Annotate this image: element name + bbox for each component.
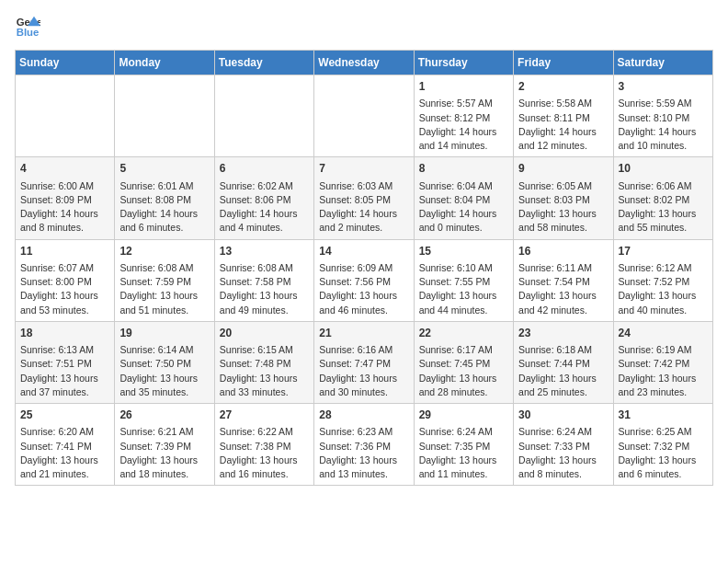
- calendar-week-2: 4Sunrise: 6:00 AM Sunset: 8:09 PM Daylig…: [16, 157, 713, 239]
- day-info: Sunrise: 6:00 AM Sunset: 8:09 PM Dayligh…: [20, 179, 109, 236]
- day-number: 24: [619, 326, 708, 341]
- day-number: 25: [20, 408, 109, 423]
- day-info: Sunrise: 6:02 AM Sunset: 8:06 PM Dayligh…: [220, 179, 309, 236]
- calendar-cell: 23Sunrise: 6:18 AM Sunset: 7:44 PM Dayli…: [514, 321, 613, 403]
- calendar-cell: 18Sunrise: 6:13 AM Sunset: 7:51 PM Dayli…: [16, 321, 115, 403]
- day-number: 19: [119, 326, 209, 341]
- day-info: Sunrise: 6:08 AM Sunset: 7:59 PM Dayligh…: [119, 261, 209, 317]
- header: General Blue: [15, 15, 713, 40]
- day-info: Sunrise: 5:58 AM Sunset: 8:11 PM Dayligh…: [518, 97, 608, 153]
- day-info: Sunrise: 6:14 AM Sunset: 7:50 PM Dayligh…: [119, 343, 209, 399]
- calendar-cell: 31Sunrise: 6:25 AM Sunset: 7:32 PM Dayli…: [613, 404, 712, 486]
- day-number: 27: [220, 408, 309, 423]
- calendar-week-5: 25Sunrise: 6:20 AM Sunset: 7:41 PM Dayli…: [16, 404, 713, 486]
- calendar-cell: 20Sunrise: 6:15 AM Sunset: 7:48 PM Dayli…: [214, 321, 313, 403]
- day-number: 11: [20, 244, 109, 259]
- calendar-cell: 3Sunrise: 5:59 AM Sunset: 8:10 PM Daylig…: [613, 75, 712, 157]
- calendar-cell: 26Sunrise: 6:21 AM Sunset: 7:39 PM Dayli…: [115, 404, 214, 486]
- day-number: 26: [119, 408, 209, 423]
- logo-icon: General Blue: [15, 15, 40, 40]
- calendar-cell: 4Sunrise: 6:00 AM Sunset: 8:09 PM Daylig…: [16, 157, 115, 239]
- calendar-cell: [115, 75, 214, 157]
- day-number: 18: [20, 326, 109, 341]
- day-info: Sunrise: 6:20 AM Sunset: 7:41 PM Dayligh…: [20, 425, 109, 481]
- day-number: 12: [119, 244, 209, 259]
- day-number: 1: [419, 79, 508, 95]
- calendar-body: 1Sunrise: 5:57 AM Sunset: 8:12 PM Daylig…: [16, 75, 713, 486]
- day-info: Sunrise: 6:16 AM Sunset: 7:47 PM Dayligh…: [319, 343, 408, 399]
- day-number: 20: [220, 326, 309, 341]
- day-info: Sunrise: 6:06 AM Sunset: 8:02 PM Dayligh…: [619, 179, 708, 236]
- day-number: 16: [518, 244, 608, 259]
- calendar-week-4: 18Sunrise: 6:13 AM Sunset: 7:51 PM Dayli…: [16, 321, 713, 403]
- day-info: Sunrise: 6:04 AM Sunset: 8:04 PM Dayligh…: [419, 179, 508, 236]
- calendar-cell: 17Sunrise: 6:12 AM Sunset: 7:52 PM Dayli…: [613, 239, 712, 321]
- calendar-cell: 13Sunrise: 6:08 AM Sunset: 7:58 PM Dayli…: [214, 239, 313, 321]
- day-number: 6: [220, 161, 309, 177]
- day-info: Sunrise: 6:24 AM Sunset: 7:35 PM Dayligh…: [419, 425, 508, 481]
- calendar-cell: 7Sunrise: 6:03 AM Sunset: 8:05 PM Daylig…: [314, 157, 414, 239]
- day-number: 3: [619, 79, 708, 95]
- day-number: 4: [20, 161, 109, 177]
- calendar-cell: 12Sunrise: 6:08 AM Sunset: 7:59 PM Dayli…: [115, 239, 214, 321]
- day-number: 21: [319, 326, 408, 341]
- weekday-header-wednesday: Wednesday: [314, 51, 414, 75]
- day-info: Sunrise: 6:09 AM Sunset: 7:56 PM Dayligh…: [319, 261, 408, 317]
- day-number: 31: [619, 408, 708, 423]
- calendar-header: SundayMondayTuesdayWednesdayThursdayFrid…: [16, 51, 713, 75]
- calendar-cell: 1Sunrise: 5:57 AM Sunset: 8:12 PM Daylig…: [414, 75, 513, 157]
- day-number: 14: [319, 244, 408, 259]
- calendar-cell: 14Sunrise: 6:09 AM Sunset: 7:56 PM Dayli…: [314, 239, 414, 321]
- day-info: Sunrise: 6:07 AM Sunset: 8:00 PM Dayligh…: [20, 261, 109, 317]
- logo: General Blue: [15, 15, 44, 40]
- day-info: Sunrise: 6:19 AM Sunset: 7:42 PM Dayligh…: [619, 343, 708, 399]
- day-number: 10: [619, 161, 708, 177]
- day-info: Sunrise: 6:08 AM Sunset: 7:58 PM Dayligh…: [220, 261, 309, 317]
- day-number: 9: [518, 161, 608, 177]
- day-number: 2: [518, 79, 608, 95]
- day-info: Sunrise: 6:25 AM Sunset: 7:32 PM Dayligh…: [619, 425, 708, 481]
- day-info: Sunrise: 6:03 AM Sunset: 8:05 PM Dayligh…: [319, 179, 408, 236]
- day-number: 22: [419, 326, 508, 341]
- calendar-cell: 5Sunrise: 6:01 AM Sunset: 8:08 PM Daylig…: [115, 157, 214, 239]
- day-info: Sunrise: 6:21 AM Sunset: 7:39 PM Dayligh…: [119, 425, 209, 481]
- calendar-cell: 29Sunrise: 6:24 AM Sunset: 7:35 PM Dayli…: [414, 404, 513, 486]
- day-info: Sunrise: 5:59 AM Sunset: 8:10 PM Dayligh…: [619, 97, 708, 153]
- weekday-header-monday: Monday: [115, 51, 214, 75]
- weekday-header-friday: Friday: [514, 51, 613, 75]
- day-number: 28: [319, 408, 408, 423]
- calendar-cell: [16, 75, 115, 157]
- weekday-header-sunday: Sunday: [16, 51, 115, 75]
- day-info: Sunrise: 6:15 AM Sunset: 7:48 PM Dayligh…: [220, 343, 309, 399]
- day-info: Sunrise: 6:01 AM Sunset: 8:08 PM Dayligh…: [119, 179, 209, 236]
- day-number: 7: [319, 161, 408, 177]
- calendar-cell: 28Sunrise: 6:23 AM Sunset: 7:36 PM Dayli…: [314, 404, 414, 486]
- day-info: Sunrise: 6:18 AM Sunset: 7:44 PM Dayligh…: [518, 343, 608, 399]
- svg-text:Blue: Blue: [17, 27, 40, 38]
- day-info: Sunrise: 6:22 AM Sunset: 7:38 PM Dayligh…: [220, 425, 309, 481]
- calendar-cell: 16Sunrise: 6:11 AM Sunset: 7:54 PM Dayli…: [514, 239, 613, 321]
- calendar-cell: 8Sunrise: 6:04 AM Sunset: 8:04 PM Daylig…: [414, 157, 513, 239]
- calendar-cell: 11Sunrise: 6:07 AM Sunset: 8:00 PM Dayli…: [16, 239, 115, 321]
- calendar-cell: 9Sunrise: 6:05 AM Sunset: 8:03 PM Daylig…: [514, 157, 613, 239]
- day-number: 17: [619, 244, 708, 259]
- day-info: Sunrise: 6:23 AM Sunset: 7:36 PM Dayligh…: [319, 425, 408, 481]
- weekday-header-row: SundayMondayTuesdayWednesdayThursdayFrid…: [16, 51, 713, 75]
- calendar-table: SundayMondayTuesdayWednesdayThursdayFrid…: [15, 50, 713, 486]
- day-info: Sunrise: 6:10 AM Sunset: 7:55 PM Dayligh…: [419, 261, 508, 317]
- day-info: Sunrise: 6:17 AM Sunset: 7:45 PM Dayligh…: [419, 343, 508, 399]
- calendar-week-3: 11Sunrise: 6:07 AM Sunset: 8:00 PM Dayli…: [16, 239, 713, 321]
- day-number: 15: [419, 244, 508, 259]
- calendar-cell: 19Sunrise: 6:14 AM Sunset: 7:50 PM Dayli…: [115, 321, 214, 403]
- day-info: Sunrise: 6:11 AM Sunset: 7:54 PM Dayligh…: [518, 261, 608, 317]
- weekday-header-thursday: Thursday: [414, 51, 513, 75]
- day-number: 13: [220, 244, 309, 259]
- day-info: Sunrise: 6:12 AM Sunset: 7:52 PM Dayligh…: [619, 261, 708, 317]
- day-number: 8: [419, 161, 508, 177]
- day-info: Sunrise: 6:13 AM Sunset: 7:51 PM Dayligh…: [20, 343, 109, 399]
- calendar-cell: 25Sunrise: 6:20 AM Sunset: 7:41 PM Dayli…: [16, 404, 115, 486]
- calendar-cell: 10Sunrise: 6:06 AM Sunset: 8:02 PM Dayli…: [613, 157, 712, 239]
- day-number: 29: [419, 408, 508, 423]
- calendar-cell: 22Sunrise: 6:17 AM Sunset: 7:45 PM Dayli…: [414, 321, 513, 403]
- calendar-cell: 24Sunrise: 6:19 AM Sunset: 7:42 PM Dayli…: [613, 321, 712, 403]
